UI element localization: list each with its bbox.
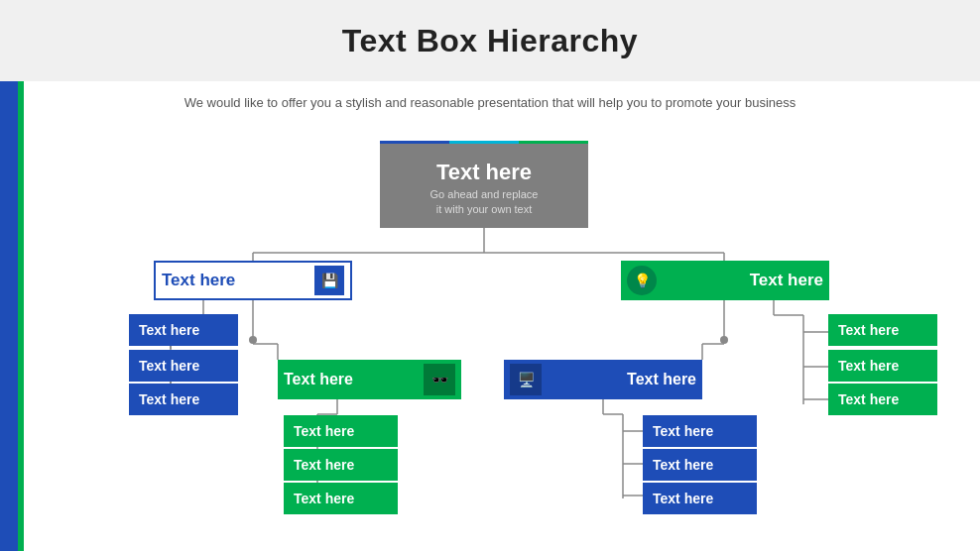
mid-left-child-1: Text here bbox=[284, 415, 398, 447]
mid-right-child-2: Text here bbox=[643, 449, 757, 481]
mid-right-child-1: Text here bbox=[643, 415, 757, 447]
l2-mid-left-node: Text here 🕶️ bbox=[278, 360, 461, 399]
left-blue-box-2: Text here bbox=[129, 350, 238, 382]
mid-left-child-3: Text here bbox=[284, 483, 398, 514]
page-title: Text Box Hierarchy bbox=[342, 23, 638, 59]
mid-left-child-2: Text here bbox=[284, 449, 398, 481]
left-blue-box-3: Text here bbox=[129, 384, 238, 415]
subtitle: We would like to offer you a stylish and… bbox=[0, 95, 980, 110]
mid-right-child-3: Text here bbox=[643, 483, 757, 514]
header: Text Box Hierarchy bbox=[0, 0, 980, 81]
l1-right-node: 💡 Text here bbox=[621, 261, 829, 300]
right-green-box-1: Text here bbox=[828, 314, 937, 346]
root-node: Text here Go ahead and replaceit with yo… bbox=[380, 144, 588, 228]
left-bar-green bbox=[18, 0, 24, 551]
l1-left-node: Text here 💾 bbox=[154, 261, 352, 300]
l1-right-text: Text here bbox=[750, 271, 823, 290]
l2-mid-right-node: 🖥️ Text here bbox=[504, 360, 702, 399]
right-green-box-2: Text here bbox=[828, 350, 937, 382]
l2-mid-right-text: Text here bbox=[627, 371, 696, 388]
bulb-icon: 💡 bbox=[627, 266, 657, 295]
connector-lines bbox=[0, 0, 980, 551]
l2-mid-left-text: Text here bbox=[284, 371, 353, 388]
right-green-box-3: Text here bbox=[828, 384, 937, 415]
l1-left-text: Text here bbox=[162, 271, 235, 290]
left-bar-blue bbox=[0, 0, 18, 551]
page: Text Box Hierarchy We would like to offe… bbox=[0, 0, 980, 551]
svg-point-15 bbox=[249, 336, 257, 344]
root-node-subtext: Go ahead and replaceit with your own tex… bbox=[430, 187, 539, 216]
root-node-text: Text here bbox=[436, 160, 532, 185]
glasses-icon: 🕶️ bbox=[424, 364, 455, 395]
left-blue-box-1: Text here bbox=[129, 314, 238, 346]
svg-point-19 bbox=[720, 336, 728, 344]
floppy-icon: 💾 bbox=[314, 266, 344, 295]
screen-icon: 🖥️ bbox=[510, 364, 542, 395]
